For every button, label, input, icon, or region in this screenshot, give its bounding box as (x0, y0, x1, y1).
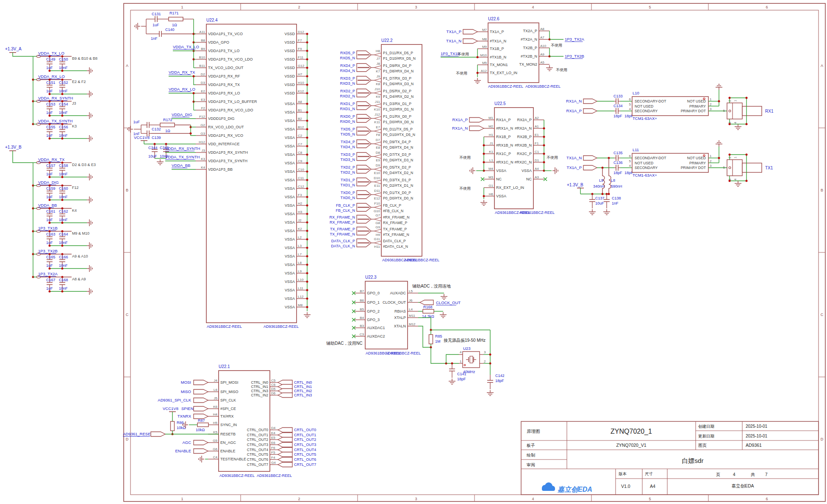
net-label[interactable]: VDDA_DIG (38, 180, 59, 185)
net-label[interactable]: RX_FRAME_N (329, 215, 355, 219)
net-label[interactable]: CRTL_OUT7 (294, 462, 316, 467)
net-label[interactable]: TX_FRAME_P (330, 227, 355, 231)
net-label[interactable]: MISO (181, 389, 191, 394)
net-label[interactable]: AD9361_RESET (123, 432, 153, 436)
net-label[interactable]: RXD3_P (340, 76, 355, 80)
port-flag[interactable] (194, 449, 208, 454)
net-label[interactable]: VDDA_BB (172, 163, 190, 168)
power-net-label[interactable]: VCC1V8 (163, 406, 178, 411)
net-label[interactable]: TX_FRAME_N (330, 232, 355, 236)
net-label[interactable]: CLOCK_OUT (436, 300, 461, 305)
port-flag[interactable] (278, 448, 292, 452)
net-label[interactable]: CRTL_OUT3 (294, 443, 316, 447)
port-flag[interactable] (469, 126, 484, 131)
net-label[interactable]: RX_FRAME_P (330, 220, 355, 224)
balun-ref[interactable]: L11 (633, 147, 639, 152)
balun-ref[interactable]: L10 (633, 91, 639, 95)
net-label[interactable]: RXD5_N (340, 56, 355, 60)
net-label[interactable]: TXD1_N (340, 183, 355, 187)
net-label[interactable]: RXD0_N (340, 119, 355, 124)
net-label[interactable]: TXD2_N (340, 170, 355, 174)
net-label[interactable]: VDDA_TX_LO (38, 51, 64, 55)
net-label[interactable]: 1P3_TX2B (38, 249, 58, 253)
net-label[interactable]: TXD1_P (341, 178, 355, 182)
net-label[interactable]: CRTL_OUT4 (294, 448, 316, 452)
net-label[interactable]: TXD3_N (340, 158, 355, 162)
net-label[interactable]: RX1A_P (566, 108, 582, 113)
net-label[interactable]: RXD3_N (340, 81, 355, 86)
port-flag[interactable] (194, 414, 208, 419)
net-label[interactable]: TX1A_P (447, 29, 461, 34)
net-label[interactable]: RX1A_P (452, 117, 468, 122)
net-label[interactable]: RX1 (765, 109, 774, 114)
ic-ref-u22-4[interactable]: U22.4 (206, 18, 218, 22)
net-label[interactable]: TXD3_P (341, 152, 355, 157)
port-flag[interactable] (194, 380, 208, 385)
net-label[interactable]: DATA_CLK_P (331, 239, 355, 243)
net-label[interactable]: RXD4_N (340, 69, 355, 73)
net-label[interactable]: CRTL_OUT0 (294, 428, 316, 432)
port-flag[interactable] (194, 407, 208, 411)
power-net-label[interactable]: +1.3V_B (567, 183, 583, 187)
net-label[interactable]: TXD5_N (340, 132, 355, 136)
net-label[interactable]: TXD2_P (341, 165, 355, 169)
net-label[interactable]: RXD1_N (340, 107, 355, 111)
net-label[interactable]: 1P3_TX2B (565, 54, 584, 58)
net-label[interactable]: SPIEN (181, 406, 194, 411)
power-net-label[interactable]: +1.3V_A (5, 47, 22, 51)
net-label[interactable]: TXD0_N (340, 196, 355, 200)
port-flag[interactable] (278, 438, 292, 442)
port-flag[interactable] (469, 118, 484, 122)
net-label[interactable]: RXD1_P (340, 102, 355, 106)
net-label[interactable]: VDDA_RX_LO (38, 74, 65, 79)
ic-ref-u22-5[interactable]: U22.5 (494, 101, 506, 106)
ic-ref-u22-3[interactable]: U22.3 (365, 275, 377, 280)
ic-ref-u22-1[interactable]: U22.1 (219, 364, 230, 369)
port-flag[interactable] (420, 300, 433, 305)
net-label[interactable]: RXD2_P (340, 89, 355, 93)
port-flag[interactable] (278, 433, 292, 438)
net-label[interactable]: TXD0_P (341, 191, 355, 195)
net-label[interactable]: MOSI (181, 380, 191, 385)
port-flag[interactable] (583, 156, 597, 161)
net-label[interactable]: AGC (182, 440, 191, 445)
port-flag[interactable] (194, 440, 208, 445)
net-label[interactable]: RX1A_N (566, 99, 582, 103)
ic-ref-u22-2[interactable]: U22.2 (381, 38, 393, 43)
net-label[interactable]: VDDA_TX_SYNTH (38, 119, 72, 123)
net-label[interactable]: DATA_CLK_N (331, 244, 355, 248)
net-label[interactable]: VDDA_TX_SYNTH (165, 155, 200, 159)
net-label[interactable]: TXD4_P (341, 140, 355, 144)
net-label[interactable]: VDDA_DIG (172, 112, 192, 117)
net-label[interactable]: TXD4_N (340, 145, 355, 149)
net-label[interactable]: RXD2_N (340, 94, 355, 98)
port-flag[interactable] (583, 109, 597, 114)
net-label[interactable]: TX1A_N (446, 39, 461, 43)
net-label[interactable]: TX1A_N (566, 155, 582, 160)
net-label[interactable]: RXD4_P (340, 64, 355, 68)
net-label[interactable]: CRTL_IN0 (294, 380, 312, 385)
net-label[interactable]: 1P3_TX2A (38, 271, 58, 276)
net-label[interactable]: VDDA_RX_SYNTH (165, 146, 200, 151)
net-label[interactable]: VDDA_BB (38, 203, 57, 208)
net-label[interactable]: RXD0_P (340, 114, 355, 119)
net-label[interactable]: VDDA_RX_SYNTH (38, 96, 73, 100)
port-flag[interactable] (194, 398, 208, 403)
net-label[interactable]: ENABLE (175, 449, 191, 453)
net-label[interactable]: VDDA_RX_LO (169, 87, 195, 91)
port-flag[interactable] (278, 452, 292, 457)
net-label[interactable]: CRTL_OUT5 (294, 452, 316, 457)
net-label[interactable]: TXD5_P (341, 127, 355, 131)
net-label[interactable]: TX1 (765, 166, 773, 170)
schematic-canvas[interactable]: 112233445566AABBCCDD+1.3V_AVDDA_TX_LOC14… (0, 0, 827, 504)
xtal-ref[interactable]: U23 (463, 346, 470, 351)
port-flag[interactable] (278, 457, 292, 462)
power-net-label[interactable]: +1.3V_B (5, 145, 22, 150)
net-label[interactable]: FB_CLK_P (336, 203, 355, 208)
net-label[interactable]: CRTL_IN2 (294, 389, 312, 393)
net-label[interactable]: VDDA_RX_TX (38, 157, 65, 162)
port-flag[interactable] (278, 462, 292, 467)
port-flag[interactable] (463, 39, 477, 44)
net-label[interactable]: RX1A_N (452, 126, 468, 130)
net-label[interactable]: TXNRX (178, 414, 191, 418)
